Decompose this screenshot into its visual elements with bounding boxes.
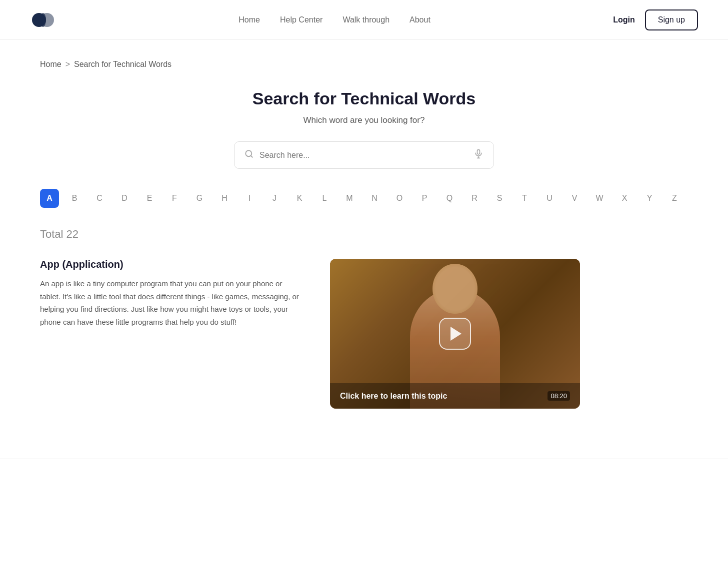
svg-rect-5 xyxy=(478,150,480,154)
alpha-letter-o[interactable]: O xyxy=(390,189,409,208)
nav-walkthrough[interactable]: Walk through xyxy=(342,15,390,24)
play-triangle-icon xyxy=(450,327,462,341)
search-container xyxy=(40,141,688,169)
signup-button[interactable]: Sign up xyxy=(645,9,698,30)
alpha-letter-v[interactable]: V xyxy=(565,189,584,208)
alpha-letter-y[interactable]: Y xyxy=(640,189,659,208)
page-subtitle: Which word are you looking for? xyxy=(40,115,688,125)
alpha-letter-s[interactable]: S xyxy=(490,189,509,208)
alpha-letter-g[interactable]: G xyxy=(190,189,209,208)
play-button[interactable] xyxy=(439,318,471,350)
nav-about[interactable]: About xyxy=(410,15,430,24)
alpha-letter-l[interactable]: L xyxy=(315,189,334,208)
word-text-section: App (Application) An app is like a tiny … xyxy=(40,259,300,328)
main-content: Search for Technical Words Which word ar… xyxy=(0,79,728,439)
alpha-letter-x[interactable]: X xyxy=(615,189,634,208)
breadcrumb-current: Search for Technical Words xyxy=(74,60,172,69)
nav-help-center[interactable]: Help Center xyxy=(280,15,322,24)
alpha-letter-j[interactable]: J xyxy=(265,189,284,208)
alpha-letter-b[interactable]: B xyxy=(65,189,84,208)
total-label: Total 22 xyxy=(40,228,688,241)
mic-icon[interactable] xyxy=(474,149,484,161)
search-input[interactable] xyxy=(260,151,468,160)
svg-line-4 xyxy=(250,155,252,157)
alpha-letter-m[interactable]: M xyxy=(340,189,359,208)
alpha-letter-w[interactable]: W xyxy=(590,189,609,208)
breadcrumb-home[interactable]: Home xyxy=(40,60,62,69)
alpha-letter-n[interactable]: N xyxy=(365,189,384,208)
video-caption-text: Click here to learn this topic xyxy=(340,392,447,401)
navbar: Home Help Center Walk through About Logi… xyxy=(0,0,728,40)
nav-home[interactable]: Home xyxy=(238,15,260,24)
video-duration: 08:20 xyxy=(548,391,570,401)
alpha-letter-h[interactable]: H xyxy=(215,189,234,208)
alpha-letter-f[interactable]: F xyxy=(165,189,184,208)
word-entry: App (Application) An app is like a tiny … xyxy=(40,259,688,409)
alpha-letter-e[interactable]: E xyxy=(140,189,159,208)
nav-actions: Login Sign up xyxy=(613,9,698,30)
total-count: 22 xyxy=(66,228,78,240)
breadcrumb: Home > Search for Technical Words xyxy=(0,40,728,79)
alpha-letter-a[interactable]: A xyxy=(40,189,59,208)
alpha-letter-z[interactable]: Z xyxy=(665,189,684,208)
alpha-letter-c[interactable]: C xyxy=(90,189,109,208)
search-bar xyxy=(234,141,494,169)
alpha-letter-r[interactable]: R xyxy=(465,189,484,208)
alpha-letter-d[interactable]: D xyxy=(115,189,134,208)
alpha-letter-q[interactable]: Q xyxy=(440,189,459,208)
page-title: Search for Technical Words xyxy=(40,89,688,108)
nav-links: Home Help Center Walk through About xyxy=(238,15,430,24)
alpha-letter-i[interactable]: I xyxy=(240,189,259,208)
logo[interactable] xyxy=(30,7,56,33)
svg-point-2 xyxy=(40,13,46,27)
logo-icon xyxy=(30,7,56,33)
alpha-letter-t[interactable]: T xyxy=(515,189,534,208)
footer-divider xyxy=(0,459,728,459)
word-description: An app is like a tiny computer program t… xyxy=(40,277,300,328)
breadcrumb-separator: > xyxy=(66,60,70,69)
login-button[interactable]: Login xyxy=(613,15,635,24)
alpha-letter-k[interactable]: K xyxy=(290,189,309,208)
alpha-letter-p[interactable]: P xyxy=(415,189,434,208)
alpha-letter-u[interactable]: U xyxy=(540,189,559,208)
video-caption-bar: Click here to learn this topic 08:20 xyxy=(330,383,580,409)
alphabet-row: ABCDEFGHIJKLMNOPQRSTUVWXYZ xyxy=(40,189,688,208)
video-thumbnail[interactable]: Click here to learn this topic 08:20 xyxy=(330,259,580,409)
total-text: Total xyxy=(40,228,63,240)
word-title: App (Application) xyxy=(40,259,300,270)
search-icon xyxy=(244,149,254,161)
